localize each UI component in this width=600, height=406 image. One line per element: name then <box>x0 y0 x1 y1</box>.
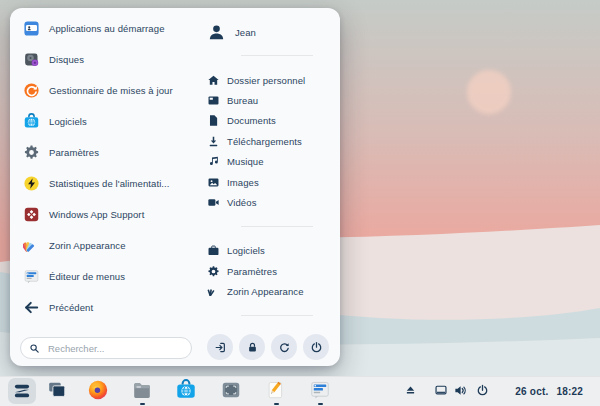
music-note-icon <box>207 155 220 168</box>
firefox-icon <box>87 379 109 401</box>
briefcase-icon <box>207 244 220 257</box>
menu-item-documents[interactable]: Documents <box>205 111 338 131</box>
taskbar-app-window-switcher[interactable] <box>46 379 68 401</box>
taskbar-app-text-editor[interactable] <box>265 379 287 401</box>
running-indicator <box>274 403 279 405</box>
menu-item-music[interactable]: Musique <box>205 152 338 172</box>
taskbar-app-screenshot-tool[interactable] <box>220 379 242 401</box>
home-icon <box>207 74 220 87</box>
running-indicator <box>318 403 323 405</box>
restart-icon <box>278 341 291 354</box>
user-menu-item[interactable]: Jean <box>205 18 256 46</box>
taskbar-app-software-store[interactable] <box>175 379 197 401</box>
divider <box>241 226 313 227</box>
menu-item-windows-app-support[interactable]: Windows App Support <box>10 199 200 230</box>
menu-item-label: Précédent <box>49 302 93 313</box>
windows-overlap-icon <box>46 379 68 401</box>
startup-apps-icon <box>23 20 40 37</box>
places-list: Dossier personnelBureauDocumentsTéléchar… <box>205 70 338 213</box>
menu-item-label: Statistiques de l'alimentati... <box>49 178 170 189</box>
restart-button[interactable] <box>271 334 297 360</box>
search-icon <box>29 343 40 354</box>
back-arrow-icon <box>23 299 40 316</box>
menu-item-label: Logiciels <box>227 245 265 256</box>
divider <box>241 55 313 56</box>
menu-item-label: Gestionnaire de mises à jour <box>49 85 173 96</box>
taskbar-clock[interactable]: 26 oct. 18:22 <box>515 376 583 406</box>
power-off-button[interactable] <box>303 334 329 360</box>
menu-item-back[interactable]: Précédent <box>10 292 200 323</box>
menu-item-power-statistics[interactable]: Statistiques de l'alimentati... <box>10 168 200 199</box>
menu-item-label: Images <box>227 177 259 188</box>
power-stats-icon <box>23 175 40 192</box>
menu-item-zorin-appearance[interactable]: Zorin Appearance <box>10 230 200 261</box>
windows-app-support-icon <box>23 206 40 223</box>
taskbar-app-firefox[interactable] <box>87 379 109 401</box>
menu-item-software-shortcut[interactable]: Logiciels <box>205 240 338 261</box>
desktop-icon <box>207 94 220 107</box>
user-icon <box>207 23 226 42</box>
user-name: Jean <box>235 27 256 38</box>
menu-editor-icon <box>309 379 331 401</box>
menu-left-column: Applications au démarrageDisquesGestionn… <box>10 13 200 323</box>
menu-item-videos[interactable]: Vidéos <box>205 192 338 212</box>
menu-item-downloads[interactable]: Téléchargements <box>205 131 338 151</box>
menu-item-settings-shortcut[interactable]: Paramètres <box>205 261 338 282</box>
menu-item-update-manager[interactable]: Gestionnaire de mises à jour <box>10 75 200 106</box>
taskbar-app-menu-editor[interactable] <box>309 379 331 401</box>
lock-screen-button[interactable] <box>239 334 265 360</box>
menu-item-label: Zorin Appearance <box>49 240 126 251</box>
download-icon <box>207 135 220 148</box>
menu-item-home-folder[interactable]: Dossier personnel <box>205 70 338 90</box>
logout-icon <box>214 341 227 354</box>
menu-item-desktop-folder[interactable]: Bureau <box>205 90 338 110</box>
appearance-fan-icon <box>207 285 220 298</box>
menu-item-zorin-appearance-shortcut[interactable]: Zorin Appearance <box>205 281 338 302</box>
document-icon <box>207 114 220 127</box>
menu-item-label: Applications au démarrage <box>49 23 165 34</box>
menu-item-label: Paramètres <box>227 266 277 277</box>
tray-volume-icon[interactable] <box>453 383 468 398</box>
menu-item-disks[interactable]: Disques <box>10 44 200 75</box>
video-camera-icon <box>207 196 220 209</box>
menu-item-pictures[interactable]: Images <box>205 172 338 192</box>
clock-date: 26 oct. <box>515 386 548 397</box>
menu-item-label: Dossier personnel <box>227 75 305 86</box>
lock-icon <box>246 341 259 354</box>
menu-item-software[interactable]: Logiciels <box>10 106 200 137</box>
divider <box>241 315 313 316</box>
search-bar[interactable] <box>20 337 192 359</box>
menu-item-settings[interactable]: Paramètres <box>10 137 200 168</box>
logout-button[interactable] <box>207 334 233 360</box>
gear-small-icon <box>207 265 220 278</box>
menu-item-label: Bureau <box>227 95 258 106</box>
session-buttons <box>207 334 329 360</box>
power-icon <box>310 341 323 354</box>
menu-item-menu-editor[interactable]: Éditeur de menus <box>10 261 200 292</box>
menu-item-label: Paramètres <box>49 147 99 158</box>
zorin-logo-icon <box>12 381 32 401</box>
tray-eject-icon[interactable] <box>404 384 417 397</box>
software-store-icon <box>175 379 197 401</box>
text-editor-icon <box>265 379 287 401</box>
shortcuts-list: LogicielsParamètresZorin Appearance <box>205 240 338 302</box>
menu-item-label: Éditeur de menus <box>49 271 125 282</box>
moon <box>467 70 511 114</box>
folder-icon <box>131 379 153 401</box>
search-input[interactable] <box>46 342 183 355</box>
screenshot-icon <box>220 379 242 401</box>
zorin-appearance-icon <box>23 237 40 254</box>
taskbar-app-files[interactable] <box>131 379 153 401</box>
menu-item-label: Documents <box>227 115 276 126</box>
app-menu-panel: Applications au démarrageDisquesGestionn… <box>10 8 340 366</box>
taskbar-app-zorin-menu[interactable] <box>8 378 36 404</box>
tray-display-icon[interactable] <box>434 383 448 397</box>
menu-item-startup-applications[interactable]: Applications au démarrage <box>10 13 200 44</box>
menu-item-label: Logiciels <box>49 116 87 127</box>
menu-item-label: Disques <box>49 54 84 65</box>
software-store-icon <box>23 113 40 130</box>
update-manager-icon <box>23 82 40 99</box>
menu-editor-icon <box>23 268 40 285</box>
tray-power-icon[interactable] <box>476 384 489 397</box>
disks-icon <box>23 51 40 68</box>
